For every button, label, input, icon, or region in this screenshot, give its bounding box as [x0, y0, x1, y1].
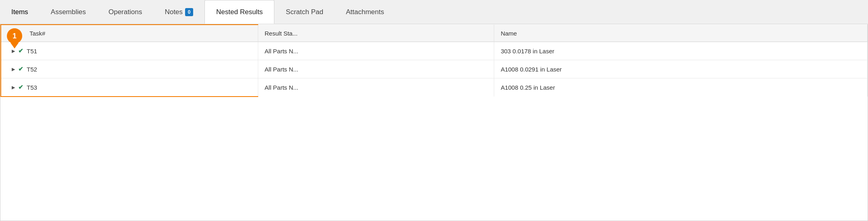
tab-label-scratch-pad: Scratch Pad [286, 8, 323, 16]
table-row[interactable]: ▶✔T51All Parts N...303 0.0178 in Laser [1, 42, 868, 60]
tab-bar: ItemsAssembliesOperationsNotes0Nested Re… [0, 0, 868, 24]
result-status-cell-2: All Parts N... [258, 78, 494, 97]
name-cell-2: A1008 0.25 in Laser [494, 78, 868, 97]
expand-arrow-icon[interactable]: ▶ [12, 48, 15, 54]
content-area: 1 Task# Result Sta... Name [0, 24, 868, 221]
task-label: T52 [27, 66, 37, 73]
table-row[interactable]: ▶✔T52All Parts N...A1008 0.0291 in Laser [1, 60, 868, 78]
tab-label-nested-results: Nested Results [216, 8, 263, 16]
col-header-task: Task# [1, 25, 258, 42]
data-table: Task# Result Sta... Name ▶✔T51All Parts … [0, 24, 868, 97]
pin-tail [11, 43, 19, 48]
name-cell-1: A1008 0.0291 in Laser [494, 60, 868, 78]
result-status-cell-0: All Parts N... [258, 42, 494, 60]
table-header-row: Task# Result Sta... Name [1, 25, 868, 42]
check-icon: ✔ [18, 65, 23, 73]
task-cell-0: ▶✔T51 [1, 42, 258, 60]
task-label: T53 [27, 84, 37, 91]
task-label: T51 [27, 48, 37, 55]
table-row[interactable]: ▶✔T53All Parts N...A1008 0.25 in Laser [1, 78, 868, 97]
col-header-result-status: Result Sta... [258, 25, 494, 42]
expand-arrow-icon[interactable]: ▶ [12, 67, 15, 72]
result-status-cell-1: All Parts N... [258, 60, 494, 78]
task-cell-1: ▶✔T52 [1, 60, 258, 78]
tab-notes[interactable]: Notes0 [154, 0, 204, 24]
tab-label-items: Items [11, 8, 28, 16]
main-container: ItemsAssembliesOperationsNotes0Nested Re… [0, 0, 868, 221]
pin-marker: 1 [7, 28, 22, 48]
tab-attachments[interactable]: Attachments [335, 0, 396, 24]
table-wrapper: 1 Task# Result Sta... Name [0, 24, 868, 97]
tab-label-attachments: Attachments [346, 8, 384, 16]
check-icon: ✔ [18, 84, 23, 91]
expand-arrow-icon[interactable]: ▶ [12, 85, 15, 90]
pin-number: 1 [7, 28, 22, 44]
tab-items[interactable]: Items [0, 0, 40, 24]
name-cell-0: 303 0.0178 in Laser [494, 42, 868, 60]
tab-label-operations: Operations [108, 8, 142, 16]
tab-assemblies[interactable]: Assemblies [40, 0, 97, 24]
tab-operations[interactable]: Operations [97, 0, 153, 24]
task-cell-2: ▶✔T53 [1, 78, 258, 97]
col-header-name: Name [494, 25, 868, 42]
tab-label-assemblies: Assemblies [51, 8, 86, 16]
tab-label-notes: Notes [165, 8, 183, 16]
tab-badge-notes: 0 [185, 8, 193, 16]
table-body: ▶✔T51All Parts N...303 0.0178 in Laser▶✔… [1, 42, 868, 97]
tab-scratch-pad[interactable]: Scratch Pad [274, 0, 335, 24]
tab-nested-results[interactable]: Nested Results [204, 0, 274, 24]
